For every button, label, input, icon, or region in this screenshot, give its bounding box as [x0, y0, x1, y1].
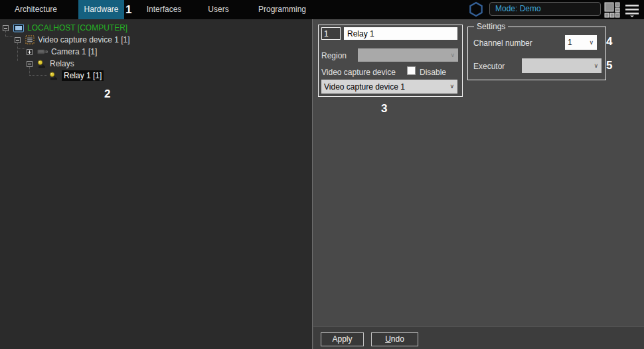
- camera-icon: [37, 48, 48, 56]
- annotation-3: 3: [381, 102, 387, 115]
- channel-number-label: Channel number: [473, 38, 532, 48]
- annotation-5: 5: [606, 59, 612, 72]
- settings-groupbox: Settings Channel number 1 ∨ Executor ∨: [467, 27, 606, 80]
- region-label: Region: [321, 51, 347, 60]
- relay-name-input[interactable]: [344, 27, 457, 40]
- undo-button[interactable]: Undo: [371, 332, 418, 346]
- tab-users[interactable]: Users: [187, 0, 250, 19]
- chevron-down-icon: ∨: [449, 84, 457, 90]
- top-navigation-bar: Architecture Hardware Interfaces Users P…: [0, 0, 644, 19]
- application-window: Architecture Hardware Interfaces Users P…: [0, 0, 644, 349]
- region-dropdown[interactable]: ∨: [358, 48, 458, 62]
- mode-indicator-field[interactable]: Mode: Demo: [489, 2, 601, 16]
- tree-item-relays[interactable]: Relays: [27, 58, 74, 70]
- channel-number-dropdown-value: 1: [565, 38, 572, 47]
- annotation-1: 1: [125, 3, 131, 17]
- channel-number-dropdown[interactable]: 1 ∨: [565, 35, 597, 50]
- tab-architecture[interactable]: Architecture: [4, 0, 68, 19]
- relay-icon: [37, 60, 46, 68]
- tree-connector: [6, 36, 13, 37]
- tree-connector: [30, 75, 47, 76]
- hexagon-logo-icon: [468, 1, 484, 17]
- executor-dropdown[interactable]: ∨: [522, 58, 602, 73]
- settings-group-title: Settings: [474, 22, 508, 31]
- expander-expand-icon[interactable]: [27, 49, 33, 55]
- expander-collapse-icon[interactable]: [27, 61, 33, 67]
- video-capture-device-dropdown[interactable]: Video capture device 1 ∨: [321, 80, 457, 94]
- chevron-down-icon: ∨: [450, 52, 458, 58]
- hamburger-menu-icon[interactable]: [625, 3, 639, 17]
- computer-icon: [13, 24, 24, 33]
- tab-programming[interactable]: Programming: [250, 0, 314, 19]
- undo-button-label: Undo: [372, 333, 418, 346]
- video-capture-device-dropdown-value: Video capture device 1: [321, 82, 405, 92]
- expander-collapse-icon[interactable]: [15, 37, 21, 43]
- tab-hardware[interactable]: Hardware: [78, 0, 124, 19]
- tree-item-localhost[interactable]: LOCALHOST [COMPUTER]: [3, 22, 127, 34]
- capture-board-icon: [25, 35, 35, 44]
- apply-button[interactable]: Apply: [321, 332, 364, 346]
- layout-grid-icon[interactable]: [604, 2, 620, 18]
- relay-properties-panel: Region ∨ Video capture device Disable Vi…: [318, 25, 463, 97]
- chevron-down-icon: ∨: [594, 63, 602, 69]
- hardware-tree-panel: LOCALHOST [COMPUTER] Video capture devic…: [0, 19, 312, 349]
- tree-item-label[interactable]: LOCALHOST [COMPUTER]: [27, 23, 127, 33]
- chevron-down-icon: ∨: [589, 40, 597, 46]
- properties-area: Region ∨ Video capture device Disable Vi…: [312, 19, 644, 349]
- tree-connector: [18, 48, 25, 49]
- expander-collapse-icon[interactable]: [3, 25, 9, 31]
- tree-item-label[interactable]: Video capture device 1 [1]: [38, 35, 130, 44]
- annotation-2: 2: [104, 88, 110, 101]
- apply-button-label: Apply: [321, 333, 363, 346]
- tree-item-label[interactable]: Relays: [50, 59, 74, 68]
- tree-item-camera[interactable]: Camera 1 [1]: [27, 46, 97, 58]
- tree-item-video-capture-device[interactable]: Video capture device 1 [1]: [15, 34, 130, 46]
- executor-label: Executor: [473, 62, 505, 71]
- annotation-4: 4: [606, 35, 612, 48]
- relay-id-input[interactable]: [321, 27, 341, 40]
- relay-icon: [49, 72, 58, 80]
- video-capture-device-label: Video capture device: [321, 68, 396, 77]
- tree-item-label[interactable]: Camera 1 [1]: [51, 47, 97, 56]
- disable-label: Disable: [420, 68, 446, 77]
- tree-item-label-selected[interactable]: Relay 1 [1]: [62, 70, 104, 81]
- bottom-button-bar: Apply Undo: [313, 326, 644, 349]
- disable-checkbox[interactable]: [407, 66, 416, 75]
- tree-item-relay-1[interactable]: Relay 1 [1]: [49, 70, 104, 82]
